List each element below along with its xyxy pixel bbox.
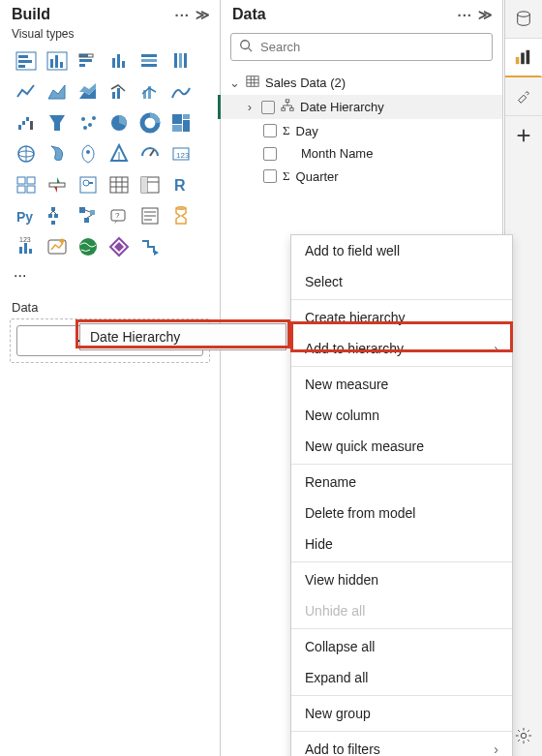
checkbox[interactable] [263,169,277,183]
field-quarter[interactable]: Σ Quarter [221,165,502,188]
ctx-new-group[interactable]: New group [291,698,512,729]
viz-paginated[interactable] [166,201,196,230]
viz-decomposition[interactable] [74,201,103,230]
svg-rect-92 [24,243,27,254]
svg-rect-13 [117,54,120,68]
search-field[interactable] [230,33,493,61]
ctx-new-column[interactable]: New column [291,400,512,431]
viz-gauge[interactable] [136,139,165,168]
viz-card[interactable]: 123 [166,139,196,168]
ctx-new-measure[interactable]: New measure [291,369,512,400]
viz-donut[interactable] [136,108,165,137]
svg-text:R: R [174,177,186,194]
viz-stacked-column[interactable] [43,46,72,76]
checkbox[interactable] [261,101,275,114]
viz-100-stacked-column[interactable] [166,46,196,76]
svg-rect-10 [79,59,92,62]
rail-add-icon[interactable] [505,116,543,155]
viz-key-influencers[interactable] [43,201,72,230]
ctx-select[interactable]: Select [291,266,512,297]
chevron-down-icon[interactable]: ⌄ [228,76,240,90]
rail-data-icon[interactable] [505,0,543,39]
svg-rect-103 [247,76,258,87]
viz-stacked-bar[interactable] [12,46,41,76]
viz-clustered-bar[interactable] [74,46,103,76]
svg-rect-54 [17,186,25,193]
viz-funnel[interactable] [43,108,72,137]
viz-azure-map[interactable] [74,139,103,168]
viz-r-visual[interactable]: R [166,170,196,199]
ctx-new-quick-measure[interactable]: New quick measure [291,431,512,462]
svg-rect-11 [79,64,85,67]
ctx-rename[interactable]: Rename [291,467,512,498]
svg-rect-118 [526,50,529,64]
hierarchy-icon [281,99,294,115]
viz-line-clustered[interactable] [105,77,134,106]
viz-100-stacked-bar[interactable] [136,46,165,76]
table-row[interactable]: ⌄ Sales Data (2) [221,71,502,95]
viz-ribbon[interactable] [166,77,196,106]
viz-scatter[interactable] [74,108,103,137]
build-collapse-icon[interactable]: ≫ [196,7,210,22]
viz-map[interactable] [12,139,41,168]
ctx-add-field[interactable]: Add to field well [291,235,512,266]
svg-rect-109 [282,108,286,111]
rail-format-icon[interactable] [505,77,543,116]
viz-power-apps[interactable]: 123 [12,232,41,261]
checkbox[interactable] [263,147,277,161]
search-icon [239,39,253,55]
viz-line-stacked[interactable] [136,77,165,106]
svg-rect-16 [141,59,157,62]
viz-narrative[interactable] [136,201,165,230]
viz-globe[interactable] [105,232,134,261]
ctx-add-hierarchy[interactable]: Add to hierarchy› [291,333,512,364]
svg-rect-110 [290,108,294,111]
viz-ai-visual[interactable] [74,232,103,261]
data-more-icon[interactable]: ··· [457,7,472,23]
field-date-hierarchy[interactable]: › Date Hierarchy [218,95,502,119]
viz-slicer[interactable] [74,170,103,199]
rail-build-icon[interactable] [505,39,543,77]
svg-rect-24 [112,92,115,99]
ctx-delete[interactable]: Delete from model [291,498,512,529]
viz-power-automate[interactable] [43,232,72,261]
viz-arcgis[interactable] [105,139,134,168]
viz-clustered-column[interactable] [105,46,134,76]
data-collapse-icon[interactable]: ≫ [478,7,493,22]
viz-treemap[interactable] [166,108,196,137]
viz-diamond[interactable] [136,232,165,261]
viz-waterfall[interactable] [12,108,41,137]
viz-qa[interactable]: ? [105,201,134,230]
viz-table[interactable] [105,170,134,199]
ctx-add-filters[interactable]: Add to filters› [291,734,512,756]
viz-area[interactable] [43,77,72,106]
svg-marker-99 [114,242,124,252]
viz-kpi[interactable] [43,170,72,199]
search-input[interactable] [258,39,484,55]
viz-multi-card[interactable] [12,170,41,199]
svg-rect-5 [50,59,53,68]
svg-rect-20 [184,53,187,68]
viz-more-icon[interactable]: ··· [0,265,220,292]
viz-stacked-area[interactable] [74,77,103,106]
ctx-collapse-all[interactable]: Collapse all [291,631,512,662]
ctx-create-hierarchy[interactable]: Create hierarchy [291,302,512,333]
viz-matrix[interactable] [136,170,165,199]
svg-rect-117 [521,53,525,65]
field-day[interactable]: Σ Day [221,119,502,142]
viz-filled-map[interactable] [43,139,72,168]
chevron-right-icon[interactable]: › [244,100,256,114]
ctx-view-hidden[interactable]: View hidden [291,564,512,595]
checkbox[interactable] [263,124,277,137]
ctx-expand-all[interactable]: Expand all [291,662,512,693]
ctx-hide[interactable]: Hide [291,529,512,559]
build-more-icon[interactable]: ··· [174,7,190,23]
viz-flow[interactable] [166,232,196,261]
viz-pie[interactable] [105,108,134,137]
svg-marker-100 [154,250,159,256]
viz-line[interactable] [12,77,41,106]
drag-chip-date-hierarchy[interactable]: Date Hierarchy [79,323,286,350]
viz-python-visual[interactable]: Py [12,201,41,230]
svg-text:?: ? [115,211,120,220]
field-month-name[interactable]: Month Name [221,142,502,165]
